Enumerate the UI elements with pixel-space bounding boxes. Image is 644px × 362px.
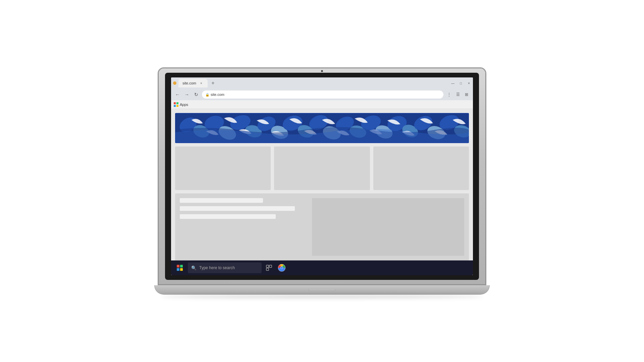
content-left xyxy=(180,198,308,256)
apps-bookmark[interactable]: Apps xyxy=(174,102,188,107)
taskbar: 🔍 Type here to search xyxy=(171,260,473,275)
tab-favicon xyxy=(173,81,176,85)
taskbar-search-bar[interactable]: 🔍 Type here to search xyxy=(188,262,262,273)
svg-rect-2 xyxy=(174,105,176,107)
browser-content: 🔍 Type here to search xyxy=(171,109,473,275)
task-view-button[interactable] xyxy=(264,262,274,273)
text-line-2 xyxy=(180,206,295,211)
camera-dot xyxy=(321,70,323,72)
url-text: site.com xyxy=(211,93,224,97)
ext-btn-3[interactable]: ⊞ xyxy=(463,91,470,98)
laptop-body: site.com × + — □ × ← xyxy=(158,67,486,285)
content-card-1 xyxy=(175,146,271,190)
chrome-icon-taskbar[interactable] xyxy=(276,262,287,273)
ext-btn-1[interactable]: ⋮ xyxy=(445,91,453,98)
svg-rect-29 xyxy=(266,268,269,270)
forward-button[interactable]: → xyxy=(183,91,191,98)
start-button[interactable] xyxy=(174,262,186,274)
ssl-lock-icon: 🔒 xyxy=(205,93,209,97)
back-button[interactable]: ← xyxy=(174,91,181,98)
laptop-shadow xyxy=(161,295,483,298)
search-icon: 🔍 xyxy=(191,265,197,270)
minimize-button[interactable]: — xyxy=(451,81,455,85)
content-section xyxy=(175,193,469,260)
svg-rect-3 xyxy=(176,105,178,107)
bookmarks-bar: Apps xyxy=(171,100,473,109)
close-button[interactable]: × xyxy=(467,81,471,85)
hero-pattern-svg xyxy=(175,113,469,143)
screen-bezel: site.com × + — □ × ← xyxy=(165,73,479,280)
tab-bar: site.com × + — □ × xyxy=(171,77,473,89)
screen: site.com × + — □ × ← xyxy=(171,77,473,275)
site-content xyxy=(171,109,473,260)
chrome-logo-icon xyxy=(278,264,286,272)
cards-row xyxy=(175,146,469,190)
new-tab-button[interactable]: + xyxy=(209,79,217,87)
search-placeholder-text: Type here to search xyxy=(199,265,235,270)
grid-icon xyxy=(174,102,178,107)
laptop-base xyxy=(154,285,490,295)
address-bar-row: ← → ↻ 🔒 site.com ⋮ ☰ ⊞ xyxy=(171,89,473,100)
maximize-button[interactable]: □ xyxy=(459,81,463,85)
browser-tab[interactable]: site.com × xyxy=(178,79,208,87)
svg-rect-1 xyxy=(176,102,178,104)
text-line-3 xyxy=(180,214,276,219)
content-card-2 xyxy=(274,146,370,190)
content-card-3 xyxy=(373,146,469,190)
tab-close-button[interactable]: × xyxy=(199,81,204,85)
window-controls: — □ × xyxy=(451,81,471,85)
content-right xyxy=(312,198,464,256)
svg-rect-28 xyxy=(269,265,272,267)
text-line-1 xyxy=(180,198,263,203)
apps-label: Apps xyxy=(180,103,188,107)
svg-point-34 xyxy=(281,267,283,269)
windows-logo xyxy=(177,265,183,271)
address-bar[interactable]: 🔒 site.com xyxy=(202,90,443,99)
trackpad-notch xyxy=(309,289,335,291)
tab-label: site.com xyxy=(182,81,196,85)
browser-chrome: site.com × + — □ × ← xyxy=(171,77,473,109)
refresh-button[interactable]: ↻ xyxy=(193,91,200,98)
ext-btn-2[interactable]: ☰ xyxy=(454,91,462,98)
task-view-icon xyxy=(266,265,272,271)
svg-rect-0 xyxy=(174,102,176,104)
laptop-container: site.com × + — □ × ← xyxy=(144,54,500,308)
svg-rect-27 xyxy=(266,265,269,267)
extensions-area: ⋮ ☰ ⊞ xyxy=(445,91,470,98)
hero-banner xyxy=(175,113,469,143)
